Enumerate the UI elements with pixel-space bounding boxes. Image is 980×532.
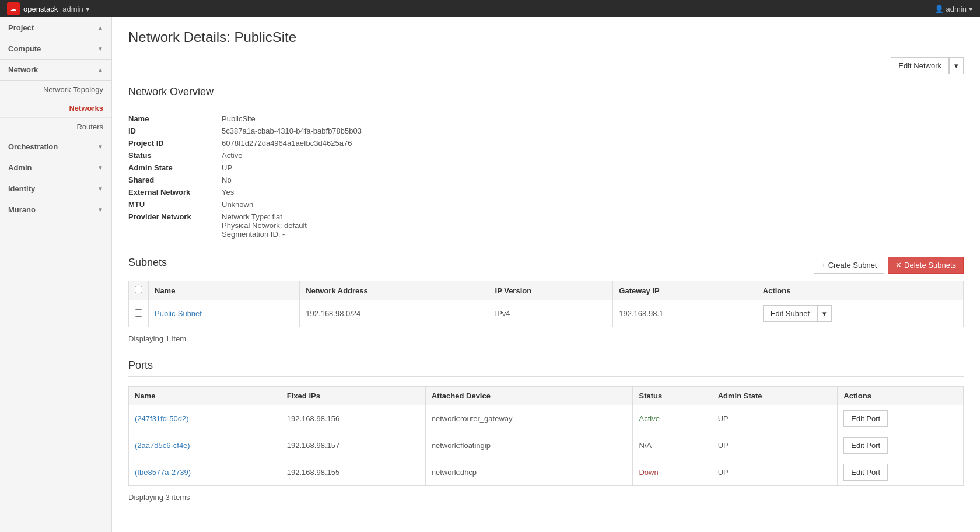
overview-value-provider-network: Network Type: flat Physical Network: def… bbox=[222, 212, 307, 239]
edit-subnet-button[interactable]: Edit Subnet bbox=[763, 305, 817, 322]
subnets-col-name: Name bbox=[149, 281, 300, 300]
edit-port-button-3[interactable]: Edit Port bbox=[844, 464, 888, 481]
port-row-attached-device-cell-3: network:dhcp bbox=[425, 459, 633, 486]
port-row-actions-cell-1: Edit Port bbox=[838, 405, 964, 432]
top-action-row: Edit Network ▾ bbox=[128, 57, 964, 74]
sidebar-section-project[interactable]: Project ▲ bbox=[0, 18, 111, 38]
overview-row-shared: Shared No bbox=[128, 174, 964, 186]
overview-value-name: PublicSite bbox=[222, 114, 256, 123]
delete-subnets-button[interactable]: ✕ Delete Subnets bbox=[888, 257, 964, 274]
subnets-section: Subnets + Create Subnet ✕ Delete Subnets… bbox=[128, 257, 964, 345]
edit-network-dropdown-button[interactable]: ▾ bbox=[949, 57, 964, 74]
subnets-col-checkbox bbox=[129, 281, 149, 300]
overview-row-mtu: MTU Unknown bbox=[128, 198, 964, 211]
topbar-user-chevron: ▾ bbox=[969, 5, 973, 13]
subnets-col-ip-version: IP Version bbox=[489, 281, 613, 300]
sidebar-section-project-label: Project bbox=[8, 23, 34, 32]
chevron-down-icon-3: ▼ bbox=[97, 144, 103, 150]
ports-col-admin-state: Admin State bbox=[712, 387, 838, 405]
subnets-select-all-checkbox[interactable] bbox=[135, 286, 142, 293]
subnets-section-title: Subnets bbox=[128, 257, 167, 274]
port-name-link-2[interactable]: (2aa7d5c6-cf4e) bbox=[135, 441, 190, 450]
overview-value-status: Active bbox=[222, 151, 242, 160]
sidebar-section-orchestration-label: Orchestration bbox=[8, 142, 58, 151]
topbar-admin-chevron: ▾ bbox=[86, 5, 90, 13]
subnet-row-actions-cell: Edit Subnet ▾ bbox=[757, 300, 963, 327]
table-row: (fbe8577a-2739) 192.168.98.155 network:d… bbox=[129, 459, 964, 486]
port-row-admin-state-cell-1: UP bbox=[712, 405, 838, 432]
overview-row-external-network: External Network Yes bbox=[128, 186, 964, 198]
overview-label-project-id: Project ID bbox=[128, 139, 222, 148]
layout: Project ▲ Compute ▼ Network ▲ Network To… bbox=[0, 18, 980, 532]
sidebar-section-murano[interactable]: Murano ▼ bbox=[0, 200, 111, 220]
sidebar-item-network-topology[interactable]: Network Topology bbox=[0, 80, 111, 99]
topbar-admin-dropdown[interactable]: admin ▾ bbox=[62, 5, 89, 13]
sidebar-section-identity[interactable]: Identity ▼ bbox=[0, 178, 111, 200]
port-row-admin-state-cell-2: UP bbox=[712, 432, 838, 459]
overview-label-provider-network: Provider Network bbox=[128, 212, 222, 239]
openstack-logo-icon: ☁ bbox=[7, 2, 20, 15]
page-title: Network Details: PublicSite bbox=[128, 29, 964, 46]
user-icon: 👤 bbox=[935, 5, 944, 13]
overview-label-id: ID bbox=[128, 127, 222, 135]
edit-subnet-dropdown-button[interactable]: ▾ bbox=[817, 305, 832, 322]
subnet-name-link[interactable]: Public-Subnet bbox=[155, 309, 202, 318]
ports-col-name: Name bbox=[129, 387, 281, 405]
create-subnet-button[interactable]: + Create Subnet bbox=[814, 257, 884, 274]
sidebar-section-compute-label: Compute bbox=[8, 44, 41, 53]
port-row-actions-cell-3: Edit Port bbox=[838, 459, 964, 486]
port-row-name-cell-3: (fbe8577a-2739) bbox=[129, 459, 281, 486]
ports-table: Name Fixed IPs Attached Device Status Ad… bbox=[128, 386, 964, 486]
edit-subnet-btn-group: Edit Subnet ▾ bbox=[763, 305, 957, 322]
overview-value-external-network: Yes bbox=[222, 188, 234, 197]
port-row-attached-device-cell-1: network:router_gateway bbox=[425, 405, 633, 432]
ports-col-status: Status bbox=[633, 387, 712, 405]
port-row-fixed-ips-cell-3: 192.168.98.155 bbox=[281, 459, 425, 486]
overview-value-shared: No bbox=[222, 176, 232, 184]
subnet-row-name-cell: Public-Subnet bbox=[149, 300, 300, 327]
sidebar-section-admin[interactable]: Admin ▼ bbox=[0, 158, 111, 178]
port-name-link-1[interactable]: (247f31fd-50d2) bbox=[135, 414, 189, 423]
ports-col-fixed-ips: Fixed IPs bbox=[281, 387, 425, 405]
topbar: ☁ openstack admin ▾ 👤 admin ▾ bbox=[0, 0, 980, 18]
ports-table-header: Name Fixed IPs Attached Device Status Ad… bbox=[129, 387, 964, 405]
ports-section: Ports Name Fixed IPs Attached Device Sta… bbox=[128, 359, 964, 504]
chevron-down-icon-4: ▼ bbox=[97, 164, 103, 171]
sidebar-item-label: Network Topology bbox=[43, 85, 103, 94]
sidebar-item-routers[interactable]: Routers bbox=[0, 118, 111, 136]
overview-row-status: Status Active bbox=[128, 149, 964, 162]
edit-port-button-2[interactable]: Edit Port bbox=[844, 437, 888, 454]
overview-label-external-network: External Network bbox=[128, 188, 222, 197]
subnet-row-checkbox[interactable] bbox=[135, 309, 142, 317]
port-row-admin-state-cell-3: UP bbox=[712, 459, 838, 486]
overview-row-name: Name PublicSite bbox=[128, 113, 964, 125]
sidebar: Project ▲ Compute ▼ Network ▲ Network To… bbox=[0, 18, 112, 532]
overview-value-admin-state: UP bbox=[222, 163, 232, 172]
overview-row-admin-state: Admin State UP bbox=[128, 162, 964, 174]
overview-label-admin-state: Admin State bbox=[128, 163, 222, 172]
sidebar-section-compute[interactable]: Compute ▼ bbox=[0, 38, 111, 60]
sidebar-item-networks[interactable]: Networks bbox=[0, 99, 111, 118]
subnets-table: Name Network Address IP Version Gateway … bbox=[128, 281, 964, 327]
topbar-user-dropdown[interactable]: 👤 admin ▾ bbox=[935, 5, 973, 13]
sidebar-section-identity-label: Identity bbox=[8, 184, 35, 193]
status-badge-3: Down bbox=[639, 468, 658, 477]
sidebar-section-network[interactable]: Network ▲ bbox=[0, 60, 111, 80]
edit-port-button-1[interactable]: Edit Port bbox=[844, 410, 888, 427]
sidebar-section-network-label: Network bbox=[8, 65, 38, 74]
port-row-name-cell-2: (2aa7d5c6-cf4e) bbox=[129, 432, 281, 459]
overview-section-title: Network Overview bbox=[128, 86, 964, 103]
status-badge-1: Active bbox=[639, 414, 659, 423]
topbar-brand: ☁ openstack bbox=[7, 2, 58, 15]
sidebar-section-orchestration[interactable]: Orchestration ▼ bbox=[0, 136, 111, 158]
status-badge-2: N/A bbox=[639, 441, 652, 450]
edit-network-button[interactable]: Edit Network bbox=[891, 57, 949, 74]
overview-label-name: Name bbox=[128, 114, 222, 123]
port-row-attached-device-cell-2: network:floatingip bbox=[425, 432, 633, 459]
chevron-down-icon-6: ▼ bbox=[97, 206, 103, 213]
chevron-up-icon: ▲ bbox=[97, 24, 103, 31]
port-row-fixed-ips-cell-2: 192.168.98.157 bbox=[281, 432, 425, 459]
ports-displaying-text: Displaying 3 items bbox=[128, 491, 964, 504]
ports-section-title: Ports bbox=[128, 359, 964, 377]
port-name-link-3[interactable]: (fbe8577a-2739) bbox=[135, 468, 191, 477]
